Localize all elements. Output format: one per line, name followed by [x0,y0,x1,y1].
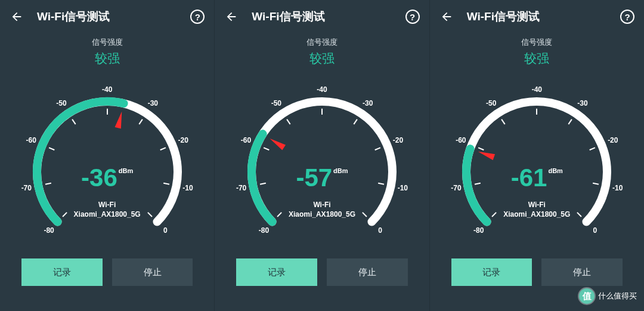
page-title: Wi-Fi信号测试 [37,9,110,24]
gauge: -36dBm Wi-Fi Xiaomi_AX1800_5G -80-70-60-… [12,70,203,250]
gauge-tick-label: -80 [473,226,484,235]
gauge-tick-label: -60 [26,136,36,144]
svg-line-12 [264,147,269,150]
network-ssid: Xiaomi_AX1800_5G [12,210,203,218]
help-button[interactable]: ? [405,10,420,24]
network-ssid: Xiaomi_AX1800_5G [441,210,632,218]
svg-line-2 [49,147,54,150]
gauge-value: -36dBm [12,164,203,192]
svg-line-13 [287,119,290,124]
signal-test-panel: Wi-Fi信号测试 ? 信号强度 较强 -57dBm Wi-Fi Xiaomi_… [214,0,429,311]
watermark-badge: 值 [579,288,595,304]
svg-marker-29 [478,152,495,160]
gauge: -61dBm Wi-Fi Xiaomi_AX1800_5G -80-70-60-… [441,70,632,250]
gauge-tick-label: -30 [363,99,373,107]
gauge: -57dBm Wi-Fi Xiaomi_AX1800_5G -80-70-60-… [227,70,417,250]
record-button[interactable]: 记录 [451,258,532,286]
header: Wi-Fi信号测试 ? [0,0,214,33]
button-row: 记录 停止 [0,258,214,286]
gauge-tick-label: -10 [612,184,623,192]
gauge-tick-label: -50 [486,99,496,107]
button-row: 记录 停止 [430,258,644,286]
gauge-tick-label: -70 [236,184,246,192]
gauge-value-unit: dBm [119,167,133,174]
gauge-tick-label: -80 [259,226,269,235]
gauge-tick-label: -60 [456,136,466,144]
gauge-tick-label: -60 [241,136,251,144]
arrow-left-icon [225,10,238,23]
gauge-tick-label: -40 [317,85,327,94]
signal-rating: 较强 [430,50,644,67]
gauge-tick-label: 0 [593,226,597,235]
watermark: 值 什么值得买 [579,288,637,304]
record-button[interactable]: 记录 [236,258,317,286]
button-row: 记录 停止 [215,258,429,286]
header: Wi-Fi信号测试 ? [215,0,429,33]
arrow-left-icon [10,10,23,23]
page-title: Wi-Fi信号测试 [467,9,540,24]
gauge-tick-label: -40 [532,85,542,94]
svg-line-22 [478,147,484,150]
gauge-tick-label: -10 [182,184,193,192]
gauge-tick-label: -20 [178,136,188,144]
gauge-tick-label: -40 [102,85,112,94]
svg-line-15 [354,119,357,124]
gauge-tick-label: -50 [271,99,281,107]
stop-button[interactable]: 停止 [541,258,623,286]
watermark-text: 什么值得买 [598,291,637,301]
stop-button[interactable]: 停止 [327,258,408,286]
svg-marker-9 [114,112,122,129]
gauge-tick-label: -20 [393,136,403,144]
stop-button[interactable]: 停止 [112,258,193,286]
help-button[interactable]: ? [190,10,205,24]
help-icon: ? [624,12,630,22]
record-button[interactable]: 记录 [21,258,103,286]
gauge-value: -57dBm [227,164,417,192]
gauge-value-number: -61 [511,164,547,192]
signal-test-panel: Wi-Fi信号测试 ? 信号强度 较强 -36dBm Wi-Fi Xiaomi_… [0,0,214,311]
signal-rating: 较强 [215,50,429,67]
signal-rating: 较强 [0,50,214,67]
svg-line-5 [139,119,143,124]
signal-strength-label: 信号强度 [430,37,644,48]
gauge-value-number: -57 [296,164,332,192]
gauge-tick-label: 0 [163,226,168,235]
arrow-left-icon [440,10,453,23]
gauge-value: -61dBm [441,164,632,192]
gauge-tick-label: -70 [451,184,461,192]
signal-strength-label: 信号强度 [0,37,214,48]
gauge-tick-label: -10 [398,184,408,192]
back-button[interactable] [439,10,454,24]
gauge-value-number: -36 [81,164,117,192]
svg-marker-19 [270,138,286,150]
header: Wi-Fi信号测试 ? [430,0,644,33]
back-button[interactable] [224,10,239,24]
network-type-label: Wi-Fi [12,201,203,209]
gauge-tick-label: -30 [148,99,158,107]
app-triple-view: Wi-Fi信号测试 ? 信号强度 较强 -36dBm Wi-Fi Xiaomi_… [0,0,644,311]
gauge-tick-label: -80 [44,226,54,235]
svg-line-6 [160,147,165,150]
svg-line-3 [72,119,76,124]
gauge-value-unit: dBm [548,167,562,174]
svg-line-26 [590,147,595,150]
help-icon: ? [195,12,200,22]
svg-line-25 [569,119,572,124]
signal-strength-label: 信号强度 [215,37,429,48]
gauge-tick-label: -70 [21,184,32,192]
svg-line-23 [501,119,505,124]
gauge-tick-label: -20 [608,136,618,144]
svg-line-16 [375,147,380,150]
network-type-label: Wi-Fi [227,201,417,209]
signal-test-panel: Wi-Fi信号测试 ? 信号强度 较强 -61dBm Wi-Fi Xiaomi_… [429,0,644,311]
network-ssid: Xiaomi_AX1800_5G [227,210,417,218]
gauge-tick-label: 0 [378,226,382,235]
network-type-label: Wi-Fi [441,201,632,209]
page-title: Wi-Fi信号测试 [252,9,324,24]
back-button[interactable] [10,10,24,24]
gauge-value-unit: dBm [333,167,348,174]
gauge-tick-label: -30 [577,99,587,107]
help-icon: ? [410,12,415,22]
gauge-tick-label: -50 [56,99,66,107]
help-button[interactable]: ? [620,10,634,24]
